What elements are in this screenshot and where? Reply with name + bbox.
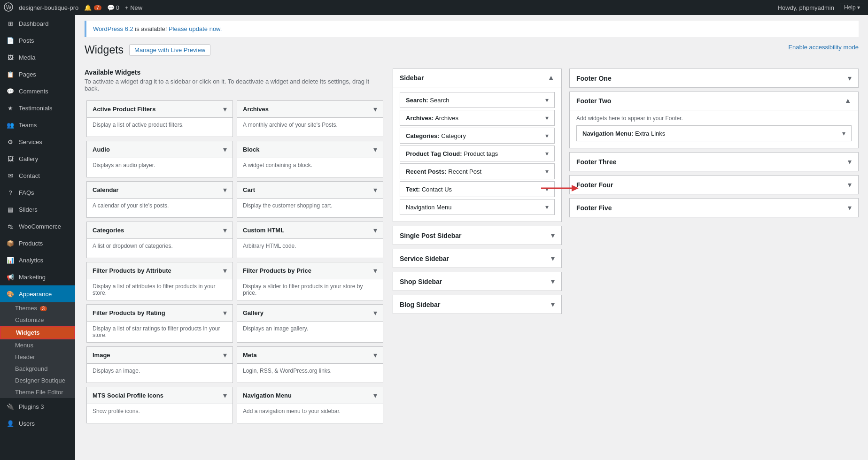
dashboard-icon: ⊞ (6, 19, 15, 28)
update-icon[interactable]: 🔔 7 (84, 4, 101, 11)
widget-header[interactable]: Audio ▾ (87, 141, 232, 158)
help-button[interactable]: Help ▾ (840, 3, 864, 12)
svg-marker-3 (572, 185, 579, 192)
panel-title: Blog Sidebar (400, 301, 440, 308)
widget-header[interactable]: Calendar ▾ (87, 182, 232, 199)
chevron-down-icon: ▾ (223, 391, 227, 400)
sidebar-widget-header[interactable]: Navigation Menu: Extra Links ▾ (577, 126, 851, 141)
sidebar-item-posts[interactable]: 📄 Posts (0, 32, 75, 49)
panel-header[interactable]: Single Post Sidebar ▾ (393, 226, 561, 245)
sidebar-widget-header[interactable]: Search: Search ▾ (400, 92, 554, 107)
panel-header[interactable]: Blog Sidebar ▾ (393, 295, 561, 314)
sidebar-panel: Sidebar ▲ Search: Search ▾ (393, 69, 562, 222)
widget-header[interactable]: MTS Social Profile Icons ▾ (87, 387, 232, 404)
sidebar-widget-header[interactable]: Recent Posts: Recent Post ▾ (400, 164, 554, 179)
sidebar-item-label: Analytics (19, 257, 43, 264)
sidebar-widget-header[interactable]: Product Tag Cloud: Product tags ▾ (400, 146, 554, 161)
sidebar-item-pages[interactable]: 📋 Pages (0, 66, 75, 83)
marketing-icon: 📢 (6, 272, 15, 282)
sidebar-item-sliders[interactable]: ▤ Sliders (0, 201, 75, 218)
panel-header[interactable]: Shop Sidebar ▾ (393, 272, 561, 291)
chevron-up-icon: ▲ (547, 74, 555, 82)
widget-header[interactable]: Image ▾ (87, 347, 232, 364)
available-widgets-desc: To activate a widget drag it to a sideba… (85, 78, 385, 92)
sidebar-widget-header[interactable]: Navigation Menu ▾ (400, 199, 554, 215)
widget-mts-social-profile-icons: MTS Social Profile Icons ▾ Show profile … (86, 387, 233, 423)
sidebar-item-services[interactable]: ⚙ Services (0, 133, 75, 150)
panel-header[interactable]: Footer Two ▲ (570, 92, 858, 110)
sidebar-item-products[interactable]: 📦 Products (0, 235, 75, 252)
site-name[interactable]: designer-boutique-pro (19, 4, 78, 11)
wordpress-version-link[interactable]: WordPress 6.2 (93, 25, 133, 32)
sub-item-theme-file-editor[interactable]: Theme File Editor (0, 386, 75, 398)
widget-header[interactable]: Archives ▾ (237, 101, 383, 118)
panel-header[interactable]: Service Sidebar ▾ (393, 249, 561, 268)
sidebar-item-media[interactable]: 🖼 Media (0, 49, 75, 66)
sub-item-widgets[interactable]: Widgets (0, 326, 75, 339)
sidebar-item-comments[interactable]: 💬 Comments (0, 83, 75, 100)
available-widgets-column: Available Widgets To activate a widget d… (85, 69, 385, 425)
sub-item-menus[interactable]: Menus (0, 339, 75, 351)
sub-item-themes[interactable]: Themes 3 (0, 302, 75, 314)
appearance-icon: 🎨 (6, 289, 15, 299)
sidebar-item-faqs[interactable]: ? FAQs (0, 184, 75, 201)
sidebar-widget-header[interactable]: Text: Contact Us ▾ (400, 182, 554, 197)
panel-header[interactable]: Footer Four ▾ (570, 176, 858, 194)
sidebar-widget-header[interactable]: Categories: Category ▾ (400, 128, 554, 143)
sidebar-item-appearance[interactable]: 🎨 Appearance (0, 285, 75, 302)
sidebar-item-testimonials[interactable]: ★ Testimonials (0, 100, 75, 116)
sidebar-widget-categories: Categories: Category ▾ (400, 128, 555, 144)
widget-header[interactable]: Filter Products by Attribute ▾ (87, 262, 232, 279)
panel-header[interactable]: Footer Three ▾ (570, 153, 858, 171)
woocommerce-icon: 🛍 (6, 222, 15, 231)
new-button[interactable]: + New (125, 4, 142, 11)
sidebar-item-gallery[interactable]: 🖼 Gallery (0, 150, 75, 167)
sub-item-background[interactable]: Background (0, 363, 75, 375)
sidebar-item-teams[interactable]: 👥 Teams (0, 116, 75, 133)
sidebar-widget-header[interactable]: Archives: Archives ▾ (400, 110, 554, 125)
widget-header[interactable]: Categories ▾ (87, 222, 232, 239)
widget-header[interactable]: Active Product Filters ▾ (87, 101, 232, 118)
sidebar-panel-header[interactable]: Sidebar ▲ (393, 69, 561, 87)
chevron-down-icon: ▾ (848, 157, 852, 166)
sidebar-item-analytics[interactable]: 📊 Analytics (0, 252, 75, 268)
widget-categories: Categories ▾ A list or dropdown of categ… (86, 222, 233, 258)
widget-header[interactable]: Cart ▾ (237, 182, 383, 199)
panel-header[interactable]: Footer One ▾ (570, 69, 858, 87)
chevron-down-icon: ▾ (223, 226, 227, 235)
sidebar-item-plugins[interactable]: 🔌 Plugins 3 (0, 398, 75, 415)
chevron-down-icon: ▾ (223, 185, 227, 194)
widget-filter-products-by-price: Filter Products by Price ▾ Display a sli… (237, 262, 383, 300)
update-now-link[interactable]: Please update now. (169, 25, 222, 32)
sub-item-header[interactable]: Header (0, 351, 75, 363)
single-post-sidebar-panel: Single Post Sidebar ▾ (393, 226, 562, 245)
widget-header[interactable]: Filter Products by Price ▾ (237, 262, 383, 279)
chevron-down-icon: ▾ (551, 277, 555, 286)
howdy-text: Howdy, phpmyadmin (778, 4, 834, 11)
sidebar-item-users[interactable]: 👤 Users (0, 415, 75, 432)
widget-header[interactable]: Meta ▾ (237, 347, 383, 364)
sub-item-customize[interactable]: Customize (0, 314, 75, 326)
comments-icon[interactable]: 💬 0 (107, 4, 119, 11)
widget-header[interactable]: Custom HTML ▾ (237, 222, 383, 239)
widget-header[interactable]: Gallery ▾ (237, 305, 383, 322)
sidebar-item-marketing[interactable]: 📢 Marketing (0, 268, 75, 285)
sidebar-item-dashboard[interactable]: ⊞ Dashboard (0, 15, 75, 32)
sub-item-designer-boutique[interactable]: Designer Boutique (0, 375, 75, 386)
footer-two-panel-body: Add widgets here to appear in your Foote… (570, 110, 858, 148)
live-preview-button[interactable]: Manage with Live Preview (129, 44, 210, 56)
sidebar-widget-navigation-menu: Navigation Menu ▾ (400, 199, 555, 215)
widget-header[interactable]: Navigation Menu ▾ (237, 387, 383, 404)
sidebar-item-label: Plugins 3 (19, 403, 44, 410)
sidebar-item-woocommerce[interactable]: 🛍 WooCommerce (0, 218, 75, 235)
widget-header[interactable]: Block ▾ (237, 141, 383, 158)
widget-grid: Active Product Filters ▾ Display a list … (85, 99, 385, 425)
page-header-row: Widgets Manage with Live Preview Enable … (85, 44, 859, 64)
panel-header[interactable]: Footer Five ▾ (570, 199, 858, 217)
chevron-down-icon: ▾ (545, 96, 549, 104)
sidebar-item-label: WooCommerce (19, 223, 61, 230)
enable-accessibility-link[interactable]: Enable accessibility mode (788, 44, 859, 51)
shop-sidebar-panel: Shop Sidebar ▾ (393, 272, 562, 291)
widget-header[interactable]: Filter Products by Rating ▾ (87, 305, 232, 322)
sidebar-item-contact[interactable]: ✉ Contact (0, 167, 75, 184)
